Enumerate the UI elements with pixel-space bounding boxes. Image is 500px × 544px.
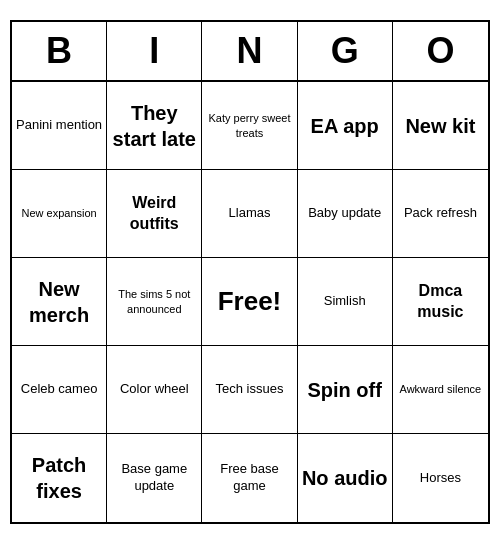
bingo-cell: New kit [393, 82, 488, 170]
bingo-cell: Weird outfits [107, 170, 202, 258]
bingo-grid: Panini mentionThey start lateKaty perry … [12, 82, 488, 522]
bingo-cell: Horses [393, 434, 488, 522]
bingo-cell: Panini mention [12, 82, 107, 170]
bingo-cell: Dmca music [393, 258, 488, 346]
bingo-cell: Awkward silence [393, 346, 488, 434]
bingo-cell: Base game update [107, 434, 202, 522]
bingo-cell: New merch [12, 258, 107, 346]
bingo-cell: Color wheel [107, 346, 202, 434]
bingo-letter: I [107, 22, 202, 80]
bingo-cell: Free! [202, 258, 297, 346]
bingo-cell: The sims 5 not announced [107, 258, 202, 346]
bingo-cell: Simlish [298, 258, 393, 346]
bingo-card: BINGO Panini mentionThey start lateKaty … [10, 20, 490, 524]
bingo-cell: Free base game [202, 434, 297, 522]
bingo-cell: They start late [107, 82, 202, 170]
bingo-cell: Spin off [298, 346, 393, 434]
bingo-cell: Pack refresh [393, 170, 488, 258]
bingo-cell: Celeb cameo [12, 346, 107, 434]
bingo-letter: B [12, 22, 107, 80]
bingo-cell: EA app [298, 82, 393, 170]
bingo-cell: Patch fixes [12, 434, 107, 522]
bingo-cell: Llamas [202, 170, 297, 258]
bingo-cell: No audio [298, 434, 393, 522]
bingo-letter: N [202, 22, 297, 80]
bingo-cell: New expansion [12, 170, 107, 258]
bingo-cell: Baby update [298, 170, 393, 258]
bingo-letter: G [298, 22, 393, 80]
bingo-cell: Tech issues [202, 346, 297, 434]
bingo-letter: O [393, 22, 488, 80]
bingo-cell: Katy perry sweet treats [202, 82, 297, 170]
bingo-header: BINGO [12, 22, 488, 82]
